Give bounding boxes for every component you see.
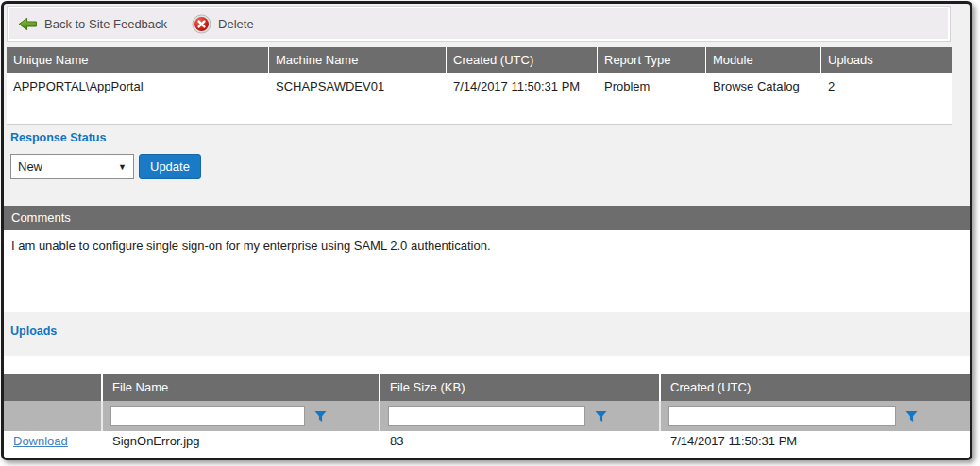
download-link[interactable]: Download [13,434,68,448]
uploads-table: File Name File Size (KB) Created (UTC) [4,374,970,458]
uploads-filter-row [4,401,970,431]
column-header-module: Module [706,47,821,73]
back-button-label: Back to Site Feedback [44,17,167,31]
toolbar: Back to Site Feedback Delete [7,6,951,42]
page: Back to Site Feedback Delete [0,0,980,466]
response-status-selected-value: New [18,159,42,174]
filter-cell-file-name [103,401,380,431]
delete-button-label: Delete [218,17,254,31]
back-arrow-icon [18,17,38,31]
cell-unique-name: APPPORTAL\AppPortal [7,73,269,98]
cell-report-type: Problem [598,73,706,98]
chevron-down-icon: ▼ [118,162,127,172]
column-header-upload-created: Created (UTC) [661,374,970,401]
column-header-file-name: File Name [103,374,380,401]
cell-uploads-count: 2 [821,73,952,98]
comments-text: I am unable to configure single sign-on … [4,230,970,312]
spacer [4,356,970,374]
delete-button[interactable]: Delete [192,14,254,34]
feedback-detail-table: Unique Name Machine Name Created (UTC) R… [7,47,952,125]
column-header-action [4,374,103,401]
cell-machine-name: SCHAPSAWDEV01 [269,73,447,98]
filter-cell-empty [4,401,103,431]
column-header-file-size: File Size (KB) [380,374,661,401]
delete-icon [192,14,211,34]
filter-cell-created [661,401,970,431]
column-header-uploads: Uploads [821,47,952,73]
column-header-unique-name: Unique Name [7,47,269,73]
column-header-report-type: Report Type [598,47,706,73]
back-to-site-feedback-button[interactable]: Back to Site Feedback [18,17,167,31]
file-size-filter-input[interactable] [388,406,585,426]
update-button[interactable]: Update [139,154,201,179]
column-header-machine-name: Machine Name [269,47,447,73]
feedback-table-row: APPPORTAL\AppPortal SCHAPSAWDEV01 7/14/2… [7,73,952,98]
upload-row: Download SignOnError.jpg 83 7/14/2017 11… [4,431,970,454]
cell-file-size: 83 [380,431,661,454]
filter-funnel-icon[interactable] [905,410,918,423]
cell-upload-created: 7/14/2017 11:50:31 PM [661,431,970,454]
file-name-filter-input[interactable] [110,406,305,426]
cell-file-name: SignOnError.jpg [103,431,380,454]
app-window: Back to Site Feedback Delete [1,1,972,460]
created-filter-input[interactable] [668,406,896,426]
filter-funnel-icon[interactable] [314,410,327,423]
response-status-label: Response Status [10,131,106,144]
filter-funnel-icon[interactable] [595,410,607,423]
cell-created-utc: 7/14/2017 11:50:31 PM [447,73,598,98]
response-status-select[interactable]: New ▼ [10,154,134,179]
filter-cell-file-size [380,401,661,431]
feedback-table-header: Unique Name Machine Name Created (UTC) R… [7,47,952,73]
uploads-heading: Uploads [10,325,57,338]
comments-section-header: Comments [4,206,970,230]
uploads-table-header: File Name File Size (KB) Created (UTC) [4,374,970,401]
cell-module: Browse Catalog [706,73,821,98]
column-header-created-utc: Created (UTC) [447,47,598,73]
